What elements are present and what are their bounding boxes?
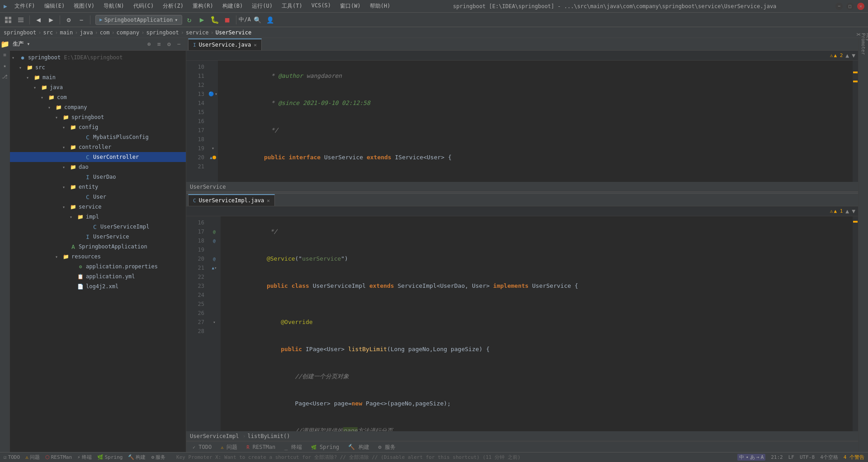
status-spring[interactable]: 🌿 Spring (97, 454, 123, 460)
tree-springboot-pkg[interactable]: ▾ 📁 springboot (10, 112, 186, 122)
bottom-tab-terminal[interactable]: _ 终端 (280, 442, 306, 452)
tree-service[interactable]: ▾ 📁 service (10, 202, 186, 212)
bottom-tab-restman[interactable]: R RESTMan (242, 442, 280, 452)
structure-icon[interactable]: ≡ (1, 51, 9, 59)
breadcrumb-springboot-pkg[interactable]: springboot (146, 29, 179, 36)
breadcrumb-springboot[interactable]: springboot (4, 29, 36, 36)
tree-dao[interactable]: ▾ 📁 dao (10, 162, 186, 172)
debug-btn[interactable]: 🐛 (209, 14, 220, 25)
top-code-lines[interactable]: * @author wangdaoren * @since 2021-09-10… (218, 61, 853, 182)
structure-btn[interactable] (15, 14, 26, 25)
git-icon[interactable]: ⎇ (1, 72, 9, 81)
tree-usercontroller[interactable]: ▶ C UserController (10, 152, 186, 162)
gutter-fold-27[interactable]: ▾ (213, 318, 215, 327)
status-problems[interactable]: ⚠ 问题 (25, 454, 40, 461)
breakpoint-dot-20[interactable] (212, 156, 216, 159)
tree-log4j2[interactable]: ▶ 📄 log4j2.xml (10, 281, 186, 291)
key-promoter-icon[interactable]: Key Promoter X (859, 40, 868, 48)
menu-nav[interactable]: 导航(N) (100, 1, 128, 11)
stop-btn[interactable]: ■ (222, 14, 233, 25)
status-service[interactable]: ⚙ 服务 (151, 454, 165, 461)
breadcrumb-main[interactable]: main (60, 29, 73, 36)
breadcrumb-company[interactable]: company (117, 29, 140, 36)
tree-application-properties[interactable]: ▶ ⚙ application.properties (10, 262, 186, 271)
gutter-class-icon-18[interactable]: @ (213, 236, 215, 245)
menu-code[interactable]: 代码(C) (130, 1, 158, 11)
refresh-btn[interactable]: ↻ (184, 14, 195, 25)
tree-application-yaml[interactable]: ▶ 📋 application.yml (10, 271, 186, 281)
run-btn[interactable]: ▶ (197, 14, 208, 25)
menu-vcs[interactable]: VCS(S) (308, 1, 335, 11)
tree-config[interactable]: ▾ 📁 config (10, 122, 186, 132)
settings-btn[interactable]: ⚙ (63, 14, 74, 25)
tree-main[interactable]: ▾ 📁 main (10, 72, 186, 82)
menu-refactor[interactable]: 重构(R) (189, 1, 217, 11)
top-nav-up[interactable]: ▲ (845, 52, 849, 59)
menu-edit[interactable]: 编辑(E) (41, 1, 69, 11)
bottom-tab-todo[interactable]: ✓ TODO (188, 442, 216, 452)
status-lf[interactable]: LF (788, 454, 794, 460)
tree-controller[interactable]: ▾ 📁 controller (10, 142, 186, 152)
menu-help[interactable]: 帮助(H) (366, 1, 394, 11)
status-encoding[interactable]: UTF-8 (800, 454, 815, 460)
maximize-button[interactable]: □ (846, 3, 854, 10)
menu-run[interactable]: 运行(U) (248, 1, 276, 11)
tree-com[interactable]: ▾ 📁 com (10, 92, 186, 102)
breadcrumb-src[interactable]: src (43, 29, 53, 36)
bottom-tab-build[interactable]: 🔨 构建 (344, 442, 373, 452)
tree-user[interactable]: ▶ C User (10, 192, 186, 202)
bottom-nav-down[interactable]: ▼ (852, 208, 855, 214)
breadcrumb-com[interactable]: com (100, 29, 110, 36)
gutter-implement-icon[interactable]: 🔵 (208, 90, 214, 99)
gutter-fold-close-icon-19[interactable]: ▾ (212, 144, 214, 153)
tree-mybatisplusconfig[interactable]: ▶ C MybatisPlusConfig (10, 132, 186, 142)
menu-view[interactable]: 视图(V) (70, 1, 98, 11)
search-everywhere-btn[interactable]: 🔍 (252, 14, 263, 25)
top-nav-down[interactable]: ▼ (852, 52, 855, 59)
tab-userservice[interactable]: I UserService.java ✕ (188, 38, 262, 50)
gutter-fold-21[interactable]: ▾ (214, 263, 217, 272)
gutter-override-icon-20b[interactable]: @ (213, 254, 215, 263)
minimize-panel-btn[interactable]: − (76, 14, 87, 25)
tree-springboot[interactable]: ▾ ● springboot E:\IDEA\springboot (10, 52, 186, 62)
panel-options-btn[interactable]: ⚙ (165, 40, 173, 48)
tree-userserviceimpl[interactable]: ▶ C UserServiceImpl (10, 222, 186, 232)
breadcrumb-service[interactable]: service (186, 29, 209, 36)
bottom-code-lines[interactable]: */ @Service("userService") public class … (221, 216, 853, 431)
back-btn[interactable]: ◀ (33, 14, 44, 25)
tree-java[interactable]: ▾ 📁 java (10, 82, 186, 92)
bottom-tab-spring[interactable]: 🌿 Spring (307, 442, 344, 452)
menu-file[interactable]: 文件(F) (11, 1, 39, 11)
translate-btn[interactable]: 中/A (240, 14, 250, 25)
menu-window[interactable]: 窗口(W) (336, 1, 364, 11)
locate-file-btn[interactable]: ⊕ (145, 40, 153, 48)
status-position[interactable]: 21:2 (771, 454, 783, 460)
status-restman[interactable]: ⬡ RESTMan (45, 454, 72, 460)
status-build[interactable]: 🔨 构建 (128, 454, 146, 461)
avatar-btn[interactable]: 👤 (265, 14, 276, 25)
close-button[interactable]: ✕ (857, 3, 864, 10)
tab-userserviceimpl-close[interactable]: ✕ (267, 198, 270, 204)
status-warnings[interactable]: 4 个警告 (844, 454, 864, 461)
bottom-tab-problems[interactable]: ⚠ 问题 (216, 442, 242, 452)
bottom-tab-service[interactable]: ⚙ 服务 (374, 442, 400, 452)
gutter-override-icon-20[interactable]: ▲ (210, 153, 212, 162)
tree-company[interactable]: ▾ 📁 company (10, 102, 186, 112)
gutter-service-icon-17[interactable]: @ (213, 227, 215, 236)
run-config-dropdown[interactable]: ▶ SpringbootApplication ▾ (95, 15, 182, 25)
status-todo[interactable]: ☑ TODO (4, 454, 20, 460)
status-terminal[interactable]: ⚡ 终端 (77, 454, 92, 461)
tree-impl[interactable]: ▾ 📁 impl (10, 212, 186, 222)
menu-build[interactable]: 构建(B) (219, 1, 247, 11)
menu-analyze[interactable]: 分析(Z) (159, 1, 187, 11)
tree-src[interactable]: ▾ 📁 src (10, 62, 186, 72)
project-view-btn[interactable] (3, 14, 14, 25)
gutter-fold-icon-13[interactable]: ▾ (215, 90, 217, 99)
tree-springbootapplication[interactable]: ▶ A SpringbootApplication (10, 242, 186, 252)
tab-userserviceimpl[interactable]: C UserServiceImpl.java ✕ (188, 194, 275, 206)
forward-btn[interactable]: ▶ (46, 14, 57, 25)
tree-userservice[interactable]: ▶ I UserService (10, 232, 186, 242)
status-spaces[interactable]: 4个空格 (820, 454, 838, 461)
breadcrumb-java[interactable]: java (80, 29, 93, 36)
minimize-button[interactable]: − (835, 3, 843, 10)
